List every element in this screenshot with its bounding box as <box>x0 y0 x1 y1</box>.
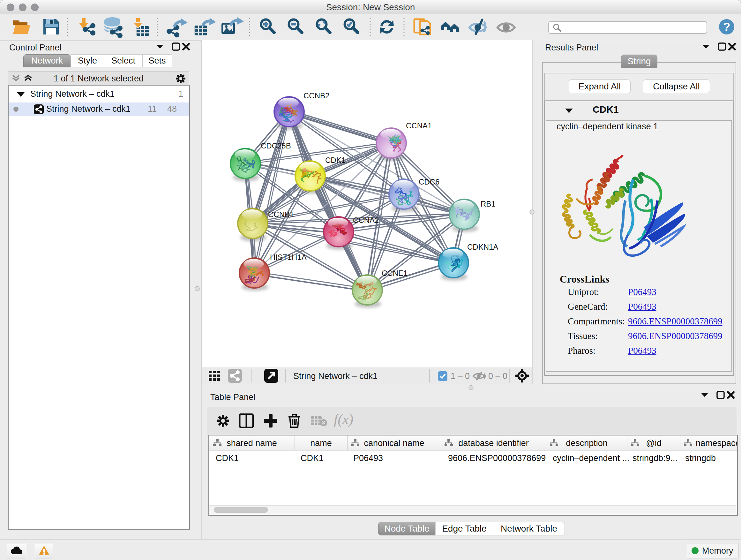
svg-text:HIST1H1A: HIST1H1A <box>270 253 307 261</box>
svg-text:CCNB2: CCNB2 <box>304 91 329 100</box>
svg-text:CCNE1: CCNE1 <box>382 269 408 277</box>
svg-text:CDC25B: CDC25B <box>261 141 291 150</box>
svg-text:CDKN1A: CDKN1A <box>467 243 498 251</box>
svg-text:CDK1: CDK1 <box>325 156 346 165</box>
svg-text:CCNA2: CCNA2 <box>353 216 379 225</box>
svg-text:RB1: RB1 <box>481 199 495 208</box>
svg-text:?: ? <box>723 20 731 34</box>
svg-text:CCNA1: CCNA1 <box>406 121 432 130</box>
svg-text:CDC6: CDC6 <box>419 178 440 186</box>
svg-text:CCNB1: CCNB1 <box>268 210 294 219</box>
